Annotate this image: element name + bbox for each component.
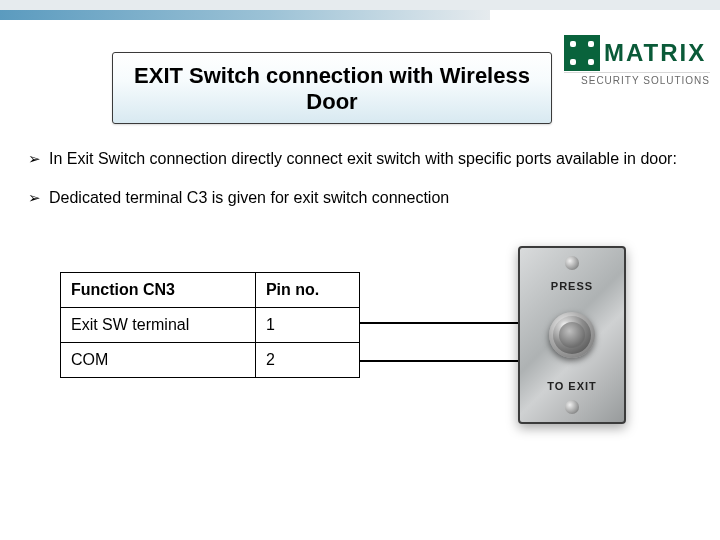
- brand-logo-top: MATRIX: [564, 34, 710, 72]
- cell-pin: 1: [255, 308, 359, 343]
- col-header-pin: Pin no.: [255, 273, 359, 308]
- header-band: [0, 0, 720, 36]
- exit-switch-plate: PRESS TO EXIT: [518, 246, 626, 424]
- push-button: [549, 312, 595, 358]
- header-bar-light: [0, 0, 720, 10]
- wire-line: [360, 360, 518, 362]
- chevron-right-icon: ➢: [28, 189, 41, 208]
- screw-icon: [565, 256, 579, 270]
- bullet-item: ➢ Dedicated terminal C3 is given for exi…: [28, 189, 706, 208]
- bullet-text: In Exit Switch connection directly conne…: [49, 150, 677, 168]
- bullet-list: ➢ In Exit Switch connection directly con…: [28, 150, 706, 228]
- screw-icon: [565, 400, 579, 414]
- brand-logo-icon: [564, 35, 600, 71]
- table-row: COM 2: [61, 343, 360, 378]
- cell-function: Exit SW terminal: [61, 308, 256, 343]
- table-row: Exit SW terminal 1: [61, 308, 360, 343]
- header-bar-accent: [0, 10, 490, 20]
- col-header-function: Function CN3: [61, 273, 256, 308]
- brand-logo: MATRIX SECURITY SOLUTIONS: [564, 34, 710, 96]
- bullet-text: Dedicated terminal C3 is given for exit …: [49, 189, 449, 207]
- slide-title-box: EXIT Switch connection with Wireless Doo…: [112, 52, 552, 124]
- plate-label-bottom: TO EXIT: [520, 380, 624, 392]
- bullet-item: ➢ In Exit Switch connection directly con…: [28, 150, 706, 169]
- slide-title: EXIT Switch connection with Wireless Doo…: [127, 63, 537, 115]
- brand-tagline: SECURITY SOLUTIONS: [564, 72, 710, 86]
- cell-pin: 2: [255, 343, 359, 378]
- pin-table-container: Function CN3 Pin no. Exit SW terminal 1 …: [60, 272, 360, 378]
- table-header-row: Function CN3 Pin no.: [61, 273, 360, 308]
- chevron-right-icon: ➢: [28, 150, 41, 169]
- cell-function: COM: [61, 343, 256, 378]
- plate-label-top: PRESS: [520, 280, 624, 292]
- brand-name: MATRIX: [604, 39, 706, 67]
- wire-line: [360, 322, 518, 324]
- pin-table: Function CN3 Pin no. Exit SW terminal 1 …: [60, 272, 360, 378]
